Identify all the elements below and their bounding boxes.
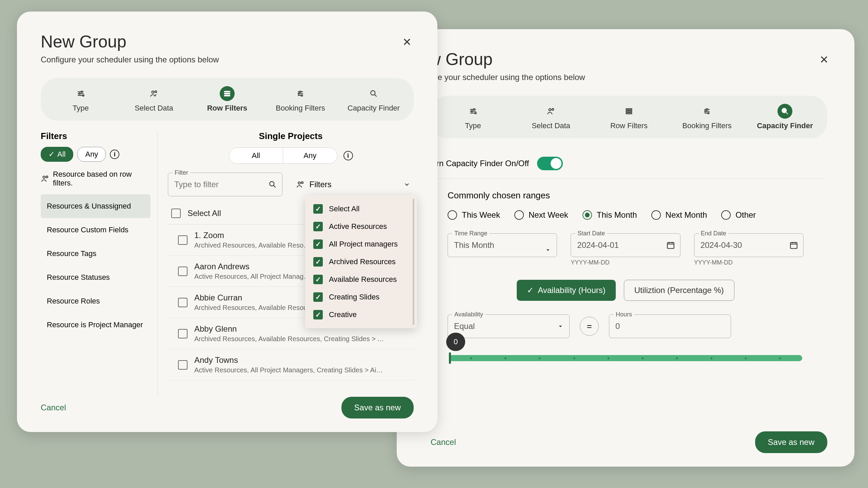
- filter-cat-pm[interactable]: Resource is Project Manager: [41, 313, 151, 337]
- close-icon: ✕: [402, 36, 412, 48]
- filter-cat-tags[interactable]: Resource Tags: [41, 242, 151, 266]
- field-label: Start Date: [575, 230, 607, 237]
- dd-label: Creative: [329, 310, 357, 319]
- dd-item[interactable]: Archived Resources: [305, 253, 417, 271]
- end-date-field[interactable]: End Date 2024-04-30: [694, 233, 804, 257]
- chip-label: Any: [85, 150, 98, 159]
- svg-point-14: [270, 181, 274, 186]
- chip-any[interactable]: Any: [77, 147, 106, 162]
- dd-item[interactable]: Select All: [305, 200, 417, 218]
- calendar-icon[interactable]: [666, 241, 675, 250]
- dd-checkbox[interactable]: [313, 275, 323, 284]
- filters-dropdown-trigger[interactable]: Filters: [296, 180, 414, 189]
- row-name: Andy Towns: [194, 355, 384, 365]
- save-button[interactable]: Save as new: [341, 397, 414, 418]
- people-icon: [296, 180, 305, 189]
- svg-point-0: [81, 91, 82, 92]
- hours-field[interactable]: Hours 0: [609, 314, 731, 338]
- dd-label: Available Resources: [329, 275, 397, 284]
- list-item[interactable]: Andy TownsActive Resources, All Project …: [168, 349, 414, 380]
- tab-select-data[interactable]: Select Data: [512, 99, 590, 135]
- list-icon: [220, 86, 235, 101]
- search-icon[interactable]: [268, 180, 277, 189]
- dd-checkbox[interactable]: [313, 239, 323, 249]
- radio-other[interactable]: Other: [721, 210, 756, 220]
- list-icon: [622, 104, 636, 119]
- row-checkbox[interactable]: [178, 298, 188, 307]
- dd-checkbox[interactable]: [313, 310, 323, 319]
- info-icon[interactable]: i: [343, 151, 353, 160]
- row-checkbox[interactable]: [178, 329, 188, 338]
- radio-icon: [448, 210, 457, 220]
- dd-checkbox[interactable]: [313, 257, 323, 267]
- radio-icon: [651, 210, 661, 220]
- search-icon: [366, 86, 381, 101]
- cancel-button[interactable]: Cancel: [41, 403, 66, 412]
- select-all-checkbox[interactable]: [171, 209, 181, 218]
- tab-capacity-finder[interactable]: Capacity Finder: [337, 81, 410, 117]
- row-checkbox[interactable]: [178, 360, 188, 370]
- tab-select-data[interactable]: Select Data: [117, 81, 191, 117]
- mode-utilization-button[interactable]: Utiliztion (Percentage %): [624, 280, 734, 301]
- dialog-subtitle: Configure your scheduler using the optio…: [41, 55, 414, 64]
- dialog-footer: Cancel Save as new: [41, 397, 414, 418]
- filter-cat-custom-fields[interactable]: Resource Custom Fields: [41, 218, 151, 242]
- dd-item[interactable]: All Project managers: [305, 235, 417, 253]
- dd-item[interactable]: Creative: [305, 306, 417, 324]
- seg-all[interactable]: All: [229, 148, 283, 163]
- svg-point-9: [298, 93, 300, 94]
- tab-row-filters[interactable]: Row Filters: [590, 99, 668, 135]
- svg-rect-6: [224, 93, 230, 94]
- radio-next-month[interactable]: Next Month: [651, 210, 707, 220]
- row-checkbox[interactable]: [178, 267, 188, 276]
- info-icon[interactable]: i: [110, 150, 119, 159]
- chip-all[interactable]: ✓All: [41, 147, 73, 162]
- radio-next-week[interactable]: Next Week: [514, 210, 568, 220]
- tab-row-filters[interactable]: Row Filters: [191, 81, 264, 117]
- save-button[interactable]: Save as new: [755, 431, 827, 453]
- hours-slider[interactable]: 0: [448, 355, 804, 361]
- radio-this-week[interactable]: This Week: [448, 210, 500, 220]
- seg-any[interactable]: Any: [283, 148, 337, 163]
- tab-booking-filters[interactable]: Booking Filters: [264, 81, 337, 117]
- dd-item[interactable]: Creating Slides: [305, 288, 417, 306]
- projects-panel: Single Projects All Any i Filter Filte: [158, 131, 414, 395]
- filter-cat-statuses[interactable]: Resource Statuses: [41, 266, 151, 289]
- tab-type[interactable]: Type: [434, 99, 512, 135]
- row-sub: Archived Resources, Available Reso…: [194, 241, 310, 249]
- close-button[interactable]: ✕: [400, 35, 414, 49]
- svg-point-27: [708, 112, 709, 114]
- wizard-tabs: Type Select Data Row Filters Booking Fil…: [431, 96, 827, 138]
- check-icon: ✓: [527, 286, 534, 295]
- row-name: 1. Zoom: [194, 231, 310, 240]
- svg-rect-22: [626, 109, 632, 110]
- row-checkbox[interactable]: [178, 235, 188, 245]
- radio-label: Next Week: [529, 210, 568, 220]
- close-icon: ✕: [820, 53, 829, 66]
- filter-cat-roles[interactable]: Resource Roles: [41, 289, 151, 313]
- dd-item[interactable]: Available Resources: [305, 271, 417, 288]
- tab-type[interactable]: Type: [44, 81, 117, 117]
- dd-checkbox[interactable]: [313, 292, 323, 302]
- capacity-toggle[interactable]: [537, 157, 563, 170]
- dd-checkbox[interactable]: [313, 204, 323, 214]
- radio-this-month[interactable]: This Month: [583, 210, 637, 220]
- radio-icon: [721, 210, 731, 220]
- mode-availability-button[interactable]: ✓Availability (Hours): [517, 280, 616, 301]
- chevron-down-icon: [544, 246, 552, 254]
- dd-item[interactable]: Active Resources: [305, 218, 417, 235]
- close-button[interactable]: ✕: [817, 53, 831, 66]
- dd-checkbox[interactable]: [313, 222, 323, 231]
- tab-capacity-finder[interactable]: Capacity Finder: [746, 99, 824, 135]
- search-icon: [777, 104, 792, 119]
- filter-cat-resources-unassigned[interactable]: Resources & Unassigned: [41, 194, 151, 218]
- calendar-icon[interactable]: [789, 241, 798, 250]
- availability-select[interactable]: Availability Equal: [448, 314, 570, 338]
- field-label: Hours: [614, 311, 634, 318]
- cancel-button[interactable]: Cancel: [431, 437, 456, 447]
- resource-note: Resource based on row filters.: [41, 170, 151, 188]
- tab-booking-filters[interactable]: Booking Filters: [668, 99, 746, 135]
- svg-rect-7: [224, 95, 230, 96]
- time-range-select[interactable]: Time Range This Month: [448, 233, 557, 266]
- start-date-field[interactable]: Start Date 2024-04-01: [571, 233, 680, 257]
